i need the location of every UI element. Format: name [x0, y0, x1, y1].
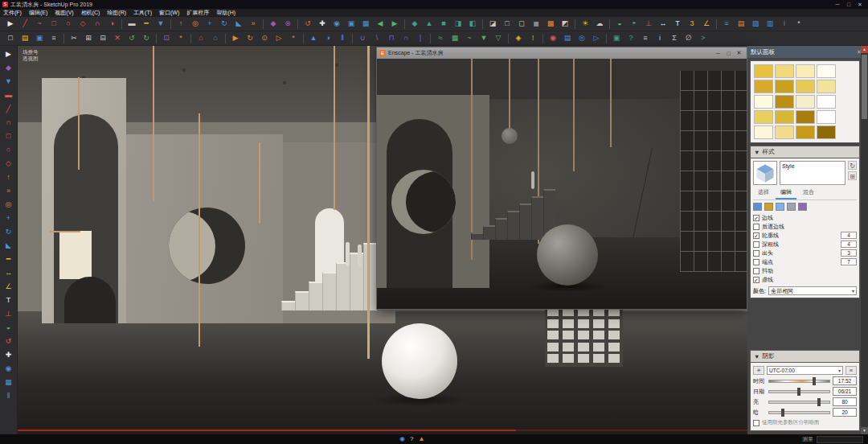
fog-toggle-icon[interactable]: ☁: [594, 18, 606, 30]
zoom-icon[interactable]: ◉: [2, 363, 14, 375]
entity-info-icon[interactable]: i: [654, 32, 666, 44]
protractor-icon[interactable]: ∠: [701, 18, 713, 30]
select-icon[interactable]: ▶: [5, 18, 17, 30]
background-settings-icon[interactable]: [776, 203, 784, 211]
undo-icon[interactable]: ↺: [126, 32, 138, 44]
color-swatch[interactable]: [775, 125, 794, 139]
interact-icon[interactable]: !: [527, 32, 539, 44]
sandbox-stamp-icon[interactable]: ▼: [478, 32, 490, 44]
date-slider[interactable]: [768, 390, 830, 393]
edge-checkbox[interactable]: [753, 215, 760, 221]
pan-icon[interactable]: ✚: [317, 18, 329, 30]
color-swatch[interactable]: [754, 80, 773, 93]
dark-value-box[interactable]: 20: [833, 408, 857, 417]
edge-checkbox[interactable]: [753, 268, 760, 274]
zoom-window-icon[interactable]: ▣: [346, 18, 358, 30]
color-swatch[interactable]: [775, 95, 794, 109]
light-slider-thumb[interactable]: [817, 398, 821, 406]
menu-item-1[interactable]: 文件(F): [3, 9, 22, 17]
circle-icon[interactable]: ○: [2, 144, 14, 156]
menu-item-6[interactable]: 工具(T): [133, 9, 152, 17]
push-pull-icon[interactable]: ↑: [175, 18, 187, 30]
menu-item-4[interactable]: 相机(C): [81, 9, 100, 17]
enscape-sync-icon[interactable]: ↻: [244, 32, 256, 44]
light-slider[interactable]: [768, 401, 830, 404]
add-location-icon[interactable]: ◉: [547, 32, 559, 44]
menu-item-7[interactable]: 窗口(W): [159, 9, 179, 17]
enscape-maximize-button[interactable]: □: [723, 51, 734, 56]
color-swatch[interactable]: [775, 64, 794, 78]
menu-item-9[interactable]: 帮助(H): [216, 9, 235, 17]
polygon-icon[interactable]: ◇: [2, 158, 14, 170]
menu-item-8[interactable]: 扩展程序: [186, 9, 209, 17]
enscape-title-bar[interactable]: E Enscape - 工装清水房 ─ □ ✕: [377, 47, 747, 59]
face-settings-icon[interactable]: [764, 203, 773, 211]
iso-view-icon[interactable]: ◆: [409, 18, 421, 30]
freehand-icon[interactable]: ~: [34, 18, 46, 30]
color-swatch[interactable]: [817, 80, 836, 93]
paint-bucket-icon[interactable]: ▼: [2, 76, 14, 88]
color-swatch[interactable]: [817, 95, 836, 109]
style-name-input[interactable]: Style: [780, 161, 845, 185]
color-swatch[interactable]: [754, 125, 773, 139]
shadow-toggle-button[interactable]: ☀: [753, 366, 764, 375]
solid-union-icon[interactable]: ∪: [357, 32, 369, 44]
pan-icon[interactable]: ✚: [2, 349, 14, 361]
color-swatch[interactable]: [817, 125, 836, 139]
next-view-icon[interactable]: ▶: [389, 18, 401, 30]
paint-bucket-icon[interactable]: ▼: [155, 18, 167, 30]
tray-scrollbar[interactable]: ▲ ▼: [861, 46, 868, 434]
eraser-icon[interactable]: ▬: [2, 89, 14, 101]
section-cuts-icon[interactable]: ◓: [628, 18, 641, 30]
use-sun-checkbox[interactable]: [753, 420, 760, 426]
tape-measure-icon[interactable]: ━: [141, 18, 153, 30]
wireframe-mode-icon[interactable]: □: [502, 18, 514, 30]
textured-mode-icon[interactable]: ▩: [545, 18, 557, 30]
color-swatch[interactable]: [796, 125, 815, 139]
notification-icon[interactable]: ▲: [418, 434, 424, 444]
enscape-render-view[interactable]: [377, 59, 747, 309]
print-icon[interactable]: ≡: [48, 32, 60, 44]
eraser-icon[interactable]: ▬: [126, 18, 138, 30]
cut-icon[interactable]: ✂: [68, 32, 80, 44]
style-tab-3[interactable]: 混合: [798, 187, 819, 199]
instructor-icon[interactable]: ?: [625, 32, 637, 44]
zoom-extents-icon[interactable]: ▦: [360, 18, 372, 30]
color-swatch[interactable]: [817, 64, 836, 78]
arc-icon[interactable]: ∩: [2, 117, 14, 129]
top-view-icon[interactable]: ▲: [424, 18, 436, 30]
offset-icon[interactable]: ◎: [190, 18, 202, 30]
orbit-icon[interactable]: ↺: [302, 18, 314, 30]
previous-view-icon[interactable]: ◀: [375, 18, 387, 30]
ruby-console-icon[interactable]: >: [698, 32, 710, 44]
maximize-button[interactable]: □: [843, 2, 854, 7]
rectangle-icon[interactable]: □: [48, 18, 60, 30]
outliner-icon[interactable]: ≡: [640, 32, 652, 44]
sandbox-scratch-icon[interactable]: ▦: [449, 32, 461, 44]
color-swatch[interactable]: [754, 64, 773, 78]
make-component-icon[interactable]: ◆: [268, 18, 280, 30]
purge-icon[interactable]: ∅: [683, 32, 695, 44]
edge-setting-value[interactable]: 4: [841, 232, 857, 239]
scrollbar-down-icon[interactable]: ▼: [861, 427, 868, 434]
time-slider[interactable]: [768, 380, 830, 383]
rotate-icon[interactable]: ↻: [2, 226, 14, 238]
dimension-tool-icon[interactable]: ↔: [657, 18, 669, 30]
dynamic-component-icon[interactable]: ◈: [513, 32, 525, 44]
follow-me-icon[interactable]: »: [2, 185, 14, 197]
model-info-icon[interactable]: i: [779, 18, 791, 30]
sandbox-drape-icon[interactable]: ▽: [493, 32, 505, 44]
style-thumbnail[interactable]: [753, 161, 777, 185]
orbit-icon[interactable]: ↺: [2, 335, 14, 347]
edge-checkbox[interactable]: [753, 277, 760, 283]
back-view-icon[interactable]: ◧: [467, 18, 479, 30]
save-file-icon[interactable]: ▣: [34, 32, 46, 44]
color-swatch[interactable]: [754, 95, 773, 109]
minimize-button[interactable]: ─: [832, 2, 843, 7]
edge-checkbox[interactable]: [753, 250, 760, 257]
style-tab-1[interactable]: 选择: [753, 187, 774, 199]
explode-icon[interactable]: *: [175, 32, 187, 44]
follow-me-icon[interactable]: »: [248, 18, 260, 30]
right-view-icon[interactable]: ◨: [452, 18, 465, 30]
front-view-icon[interactable]: ■: [438, 18, 450, 30]
